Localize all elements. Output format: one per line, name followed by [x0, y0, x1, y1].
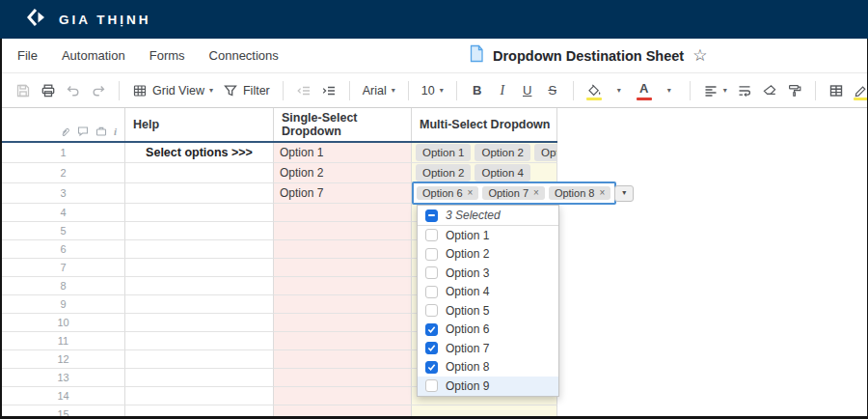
row-number[interactable]: 5 — [2, 222, 125, 240]
fill-color-dropdown[interactable]: ▾ — [608, 78, 631, 103]
row-number[interactable]: 4 — [2, 204, 125, 222]
borders-grid-icon — [828, 83, 844, 98]
chevron-down-icon: ▾ — [209, 87, 213, 95]
row-number[interactable]: 9 — [2, 295, 125, 314]
print-button[interactable] — [37, 78, 60, 103]
pencil-icon — [854, 83, 867, 98]
row-number[interactable]: 6 — [2, 240, 125, 259]
clear-format-button[interactable] — [758, 78, 781, 103]
sheet-title[interactable]: Dropdown Destination Sheet — [493, 48, 684, 64]
fill-color-button[interactable] — [583, 78, 606, 103]
attachment-icon[interactable] — [60, 126, 70, 137]
dropdown-option[interactable]: Option 2 — [418, 245, 558, 265]
cell-single-3[interactable]: Option 7 — [274, 183, 412, 204]
toolbar-divider — [573, 81, 574, 100]
grid-view-button[interactable]: Grid View ▾ — [128, 78, 217, 103]
option-checkbox[interactable] — [425, 323, 438, 336]
cell-help-1[interactable]: Select options >>> — [125, 143, 274, 163]
dropdown-option[interactable]: Option 5 — [418, 301, 558, 321]
option-checkbox[interactable] — [425, 342, 438, 354]
row-number[interactable]: 2 — [2, 163, 125, 183]
dropdown-option[interactable]: Option 6 — [418, 321, 558, 340]
comment-icon[interactable] — [77, 126, 89, 137]
dropdown-option[interactable]: Option 3 — [418, 264, 558, 283]
proof-briefcase-icon[interactable] — [95, 126, 107, 137]
option-checkbox[interactable] — [425, 229, 438, 241]
text-color-button[interactable]: A — [633, 78, 656, 103]
cell-single-2[interactable]: Option 2 — [274, 163, 412, 183]
cell-multi-1[interactable]: Option 1 Option 2 Option 3 — [412, 143, 557, 163]
option-checkbox[interactable] — [425, 361, 438, 374]
menu-automation[interactable]: Automation — [62, 48, 125, 63]
remove-option-icon[interactable]: × — [533, 188, 539, 198]
cell-help-2[interactable] — [125, 163, 274, 183]
strikethrough-button[interactable]: S — [541, 78, 564, 103]
option-checkbox[interactable] — [425, 266, 438, 279]
row-number[interactable]: 10 — [2, 314, 125, 332]
row-number[interactable]: 1 — [2, 143, 125, 163]
remove-option-icon[interactable]: × — [468, 188, 474, 198]
select-all-checkbox[interactable] — [425, 210, 438, 222]
option-checkbox[interactable] — [425, 248, 438, 261]
toolbar-divider — [690, 81, 691, 100]
dropdown-option[interactable]: Option 4 — [418, 283, 558, 302]
underline-button[interactable]: U — [516, 78, 539, 103]
dropdown-option[interactable]: Option 8 — [418, 358, 558, 377]
bold-button[interactable]: B — [466, 78, 489, 103]
align-left-icon — [703, 83, 719, 98]
row-number[interactable]: 13 — [2, 369, 125, 387]
row-number[interactable]: 15 — [2, 405, 125, 416]
multi-select-editor[interactable]: Option 6 × Option 7 × Option 8 × ▾ — [412, 182, 616, 205]
font-size-value: 10 — [421, 84, 435, 98]
column-header-multi-select[interactable]: Multi-Select Dropdown — [412, 108, 557, 141]
favorite-star-icon[interactable]: ☆ — [692, 47, 707, 64]
column-header-single-select[interactable]: Single-Select Dropdown — [274, 108, 412, 141]
cell-multi-2[interactable]: Option 2 Option 4 — [412, 163, 557, 183]
dropdown-option[interactable]: Option 9 — [418, 377, 558, 396]
multi-select-dropdown-panel: 3 Selected Option 1 Option 2 Option 3 Op… — [417, 205, 559, 397]
text-color-swatch — [637, 98, 652, 100]
font-size-select[interactable]: 10 ▾ — [418, 78, 448, 103]
outdent-button[interactable] — [292, 78, 315, 103]
format-painter-button[interactable] — [783, 78, 806, 103]
align-button[interactable]: ▾ — [699, 78, 731, 103]
row-number[interactable]: 14 — [2, 387, 125, 405]
option-checkbox[interactable] — [425, 304, 438, 317]
row-number[interactable]: 8 — [2, 277, 125, 295]
row-number[interactable]: 11 — [2, 332, 125, 350]
dropdown-toggle-button[interactable]: ▾ — [614, 185, 634, 202]
undo-button[interactable] — [62, 78, 85, 103]
italic-button[interactable]: I — [491, 78, 514, 103]
font-family-select[interactable]: Arial ▾ — [359, 78, 399, 103]
save-button[interactable] — [12, 78, 35, 103]
menu-forms[interactable]: Forms — [149, 48, 185, 63]
option-checkbox[interactable] — [425, 379, 438, 392]
menu-file[interactable]: File — [17, 48, 38, 63]
row-number[interactable]: 7 — [2, 259, 125, 277]
row-number[interactable]: 12 — [2, 350, 125, 369]
cell-help-3[interactable] — [125, 183, 274, 204]
row-number-header[interactable]: i — [2, 108, 125, 141]
toolbar-divider — [815, 81, 816, 100]
indent-button[interactable] — [317, 78, 340, 103]
text-color-letter: A — [639, 82, 648, 98]
filter-button[interactable]: Filter — [219, 78, 274, 103]
redo-button[interactable] — [87, 78, 110, 103]
remove-option-icon[interactable]: × — [599, 188, 605, 198]
text-color-dropdown[interactable]: ▾ — [658, 78, 681, 103]
highlight-button[interactable] — [850, 78, 867, 103]
dropdown-option[interactable]: Option 1 — [418, 226, 558, 245]
selected-option-pill: Option 6 × — [417, 186, 478, 200]
option-checkbox[interactable] — [425, 286, 438, 298]
wrap-text-button[interactable] — [733, 78, 756, 103]
row-number[interactable]: 3 — [2, 183, 125, 204]
top-app-bar: GIA THỊNH — [0, 0, 868, 39]
cell-single-1[interactable]: Option 1 — [274, 143, 412, 163]
selection-summary-row[interactable]: 3 Selected — [418, 206, 558, 226]
borders-button[interactable] — [825, 78, 848, 103]
column-header-help[interactable]: Help — [125, 108, 274, 141]
menu-connections[interactable]: Connections — [209, 48, 279, 63]
option-pill: Option 4 — [475, 164, 529, 181]
info-icon[interactable]: i — [114, 126, 117, 137]
dropdown-option[interactable]: Option 7 — [418, 339, 558, 358]
